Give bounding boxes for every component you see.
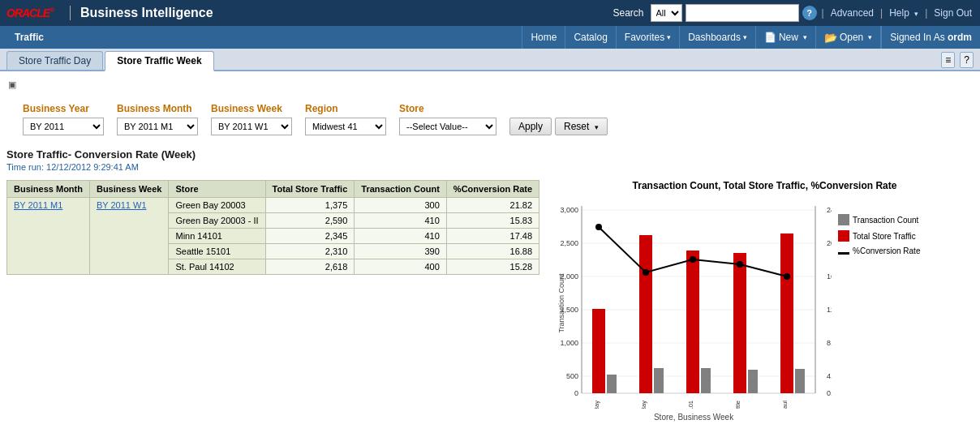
chart-svg-wrap: 3,000 2,500 2,000 1,500 1,000 500 0 24.0… — [556, 198, 832, 422]
traffic-label: Traffic — [6, 26, 52, 49]
legend-item-traffic: Total Store Traffic — [838, 230, 920, 242]
filter-row: Business Year BY 2011 Business Month BY … — [23, 103, 974, 135]
store-label: Store — [399, 103, 496, 114]
search-input[interactable] — [686, 4, 799, 22]
bar-trans-2 — [654, 368, 664, 393]
section-toggle[interactable]: ▣ — [6, 78, 18, 92]
tab-store-traffic-week[interactable]: Store Traffic Week — [105, 51, 213, 71]
home-link[interactable]: Home — [522, 26, 565, 49]
main-split: Business Month Business Week Store Total… — [6, 180, 974, 422]
svg-text:20.00: 20.00 — [827, 239, 832, 247]
business-year-select[interactable]: BY 2011 — [23, 118, 104, 135]
svg-text:24.00: 24.00 — [827, 206, 832, 214]
region-filter: Region Midwest 41 — [305, 103, 386, 135]
table-row: St. Paul 14102 — [169, 259, 265, 275]
help-link[interactable]: Help ▾ — [888, 7, 920, 19]
search-help-icon[interactable]: ? — [802, 6, 817, 20]
business-week-filter: Business Week BY 2011 W1 — [211, 103, 292, 135]
chart-xlabel: Store, Business Week — [556, 413, 832, 422]
advanced-link[interactable]: Advanced — [829, 7, 875, 19]
col-header-traffic: Total Store Traffic — [265, 181, 355, 198]
table-row: 2,345 — [265, 229, 355, 244]
business-month-select[interactable]: BY 2011 M1 — [117, 118, 198, 135]
table-row: Green Bay 20003 — [169, 198, 265, 213]
table-row: 1,375 — [265, 198, 355, 213]
table-row: 410 — [355, 213, 447, 229]
col-header-month: Business Month — [7, 181, 90, 198]
svg-text:Transaction Count: Transaction Count — [557, 273, 565, 333]
favorites-dropdown-arrow: ▾ — [667, 33, 671, 41]
table-row: 16.88 — [446, 244, 539, 259]
table-row: 2,618 — [265, 259, 355, 275]
bar-trans-3 — [701, 368, 711, 393]
table-week-cell: BY 2011 W1 — [89, 198, 169, 275]
conv-point-1 — [595, 224, 602, 230]
open-link[interactable]: 📂 Open ▾ — [816, 26, 881, 49]
legend-label-conv: %Conversion Rate — [853, 246, 920, 255]
bar-traffic-3 — [686, 251, 699, 393]
new-link[interactable]: 📄 New ▾ — [756, 26, 816, 49]
signout-link[interactable]: Sign Out — [932, 7, 974, 19]
open-dropdown-arrow: ▾ — [868, 33, 872, 41]
chart-title: Transaction Count, Total Store Traffic, … — [556, 180, 974, 191]
business-week-label: Business Week — [211, 103, 292, 114]
col-header-conv: %Conversion Rate — [446, 181, 539, 198]
search-scope-select[interactable]: All — [651, 4, 682, 22]
table-row: Green Bay 20003 - II — [169, 213, 265, 229]
tab-icons: ≡ ? — [941, 52, 974, 70]
svg-text:Green Bay: Green Bay — [593, 401, 600, 409]
signed-in-label: Signed In As ordm — [881, 26, 980, 49]
svg-text:St. Paul: St. Paul — [781, 401, 789, 409]
svg-text:Seattle: Seattle — [734, 401, 741, 409]
tab-help-icon[interactable]: ? — [960, 52, 974, 68]
report-time-run: Time run: 12/12/2012 9:29:41 AM — [6, 162, 974, 172]
table-month-cell: BY 2011 M1 — [7, 198, 90, 275]
new-icon: 📄 New ▾ — [764, 32, 807, 43]
col-header-store: Store — [169, 181, 265, 198]
conv-point-5 — [784, 273, 790, 280]
new-dropdown-arrow: ▾ — [803, 33, 807, 41]
svg-text:2,500: 2,500 — [561, 239, 579, 247]
bar-trans-5 — [795, 369, 805, 393]
dashboards-link[interactable]: Dashboards ▾ — [680, 26, 756, 49]
svg-text:1,000: 1,000 — [561, 339, 579, 347]
chart-container: Transaction Count, Total Store Traffic, … — [556, 180, 974, 422]
content-area: ▣ Business Year BY 2011 Business Month B… — [0, 71, 980, 437]
dashboards-dropdown-arrow: ▾ — [743, 33, 747, 41]
bar-traffic-2 — [639, 235, 652, 393]
business-month-filter: Business Month BY 2011 M1 — [117, 103, 198, 135]
report-title: Store Traffic- Conversion Rate (Week) — [6, 148, 974, 161]
second-nav-links: Home Catalog Favorites ▾ Dashboards ▾ 📄 … — [522, 26, 980, 49]
business-year-label: Business Year — [23, 103, 104, 114]
svg-text:0: 0 — [574, 389, 578, 397]
tab-store-traffic-day[interactable]: Store Traffic Day — [6, 51, 103, 70]
store-select[interactable]: --Select Value-- — [399, 118, 496, 135]
reset-button[interactable]: Reset ▾ — [555, 118, 608, 135]
table-row: 15.28 — [446, 259, 539, 275]
store-filter: Store --Select Value-- — [399, 103, 496, 135]
legend-item-conv: %Conversion Rate — [838, 246, 920, 255]
search-label: Search — [612, 7, 643, 19]
tab-view-icon[interactable]: ≡ — [941, 52, 955, 68]
legend-line-conv — [838, 252, 849, 255]
business-week-select[interactable]: BY 2011 W1 — [211, 118, 292, 135]
favorites-link[interactable]: Favorites ▾ — [617, 26, 680, 49]
apply-button[interactable]: Apply — [509, 118, 552, 135]
table-row: 300 — [355, 198, 447, 213]
table-row: Seattle 15101 — [169, 244, 265, 259]
svg-text:%Conversion Rate: %Conversion Rate — [830, 272, 832, 333]
legend-label-traffic: Total Store Traffic — [853, 232, 916, 241]
table-row: 21.82 — [446, 198, 539, 213]
bar-traffic-1 — [592, 309, 605, 393]
top-nav: ORACLE® Business Intelligence Search All… — [0, 0, 980, 26]
region-label: Region — [305, 103, 386, 114]
region-select[interactable]: Midwest 41 — [305, 118, 386, 135]
svg-text:Minn 14101: Minn 14101 — [687, 401, 694, 409]
reset-dropdown-arrow: ▾ — [595, 123, 599, 131]
table-row: 400 — [355, 259, 447, 275]
legend-label-trans: Transaction Count — [853, 216, 918, 225]
bi-title: Business Intelligence — [70, 6, 213, 20]
catalog-link[interactable]: Catalog — [565, 26, 616, 49]
business-month-label: Business Month — [117, 103, 198, 114]
open-icon: 📂 Open ▾ — [824, 32, 872, 44]
